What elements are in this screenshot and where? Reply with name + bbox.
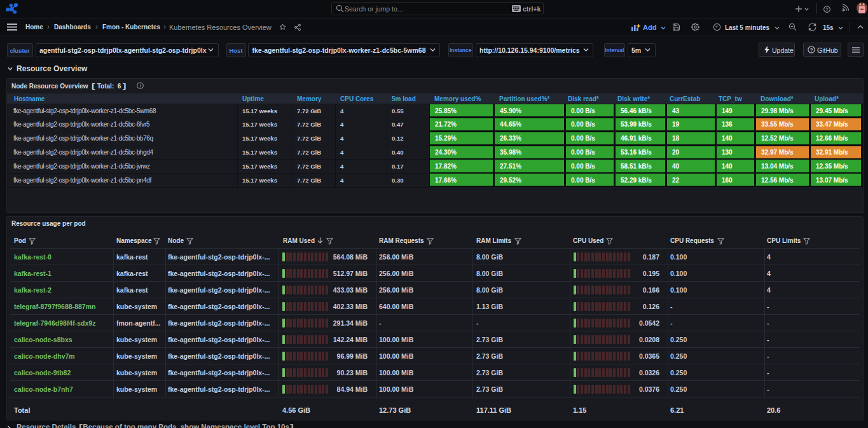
- svg-text:?: ?: [825, 7, 828, 11]
- svg-text:?: ?: [810, 47, 813, 53]
